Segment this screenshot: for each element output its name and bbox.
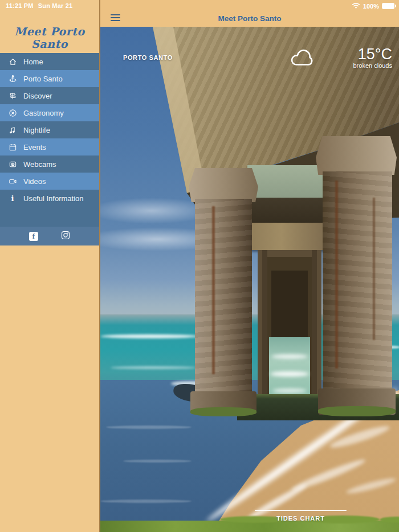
facebook-icon[interactable]: f	[29, 232, 38, 241]
tides-chart-label: TIDES CHART	[255, 515, 347, 522]
pillar-algae	[190, 407, 256, 416]
sidebar-item-label: Useful Information	[23, 194, 84, 203]
sidebar-item-nightlife[interactable]: Nightlife	[0, 121, 99, 138]
rust-streak	[335, 181, 338, 369]
water-streak	[100, 500, 192, 503]
sidebar-item-videos[interactable]: Videos	[0, 173, 99, 190]
info-icon: i	[7, 194, 18, 203]
app-logo: Meet Porto Santo	[0, 25, 99, 50]
wave-crest	[100, 334, 198, 338]
sidebar-item-label: Gastronomy	[23, 109, 64, 117]
sidebar-item-label: Events	[23, 143, 46, 152]
pillar-capital	[316, 136, 397, 175]
tunnel-foam	[270, 371, 309, 377]
sidebar-menu: Home Porto Santo Discover Gastronomy Nig	[0, 53, 99, 245]
video-camera-icon	[7, 177, 18, 186]
main-area: Meet Porto Santo	[100, 0, 399, 532]
status-bar-right: 100%	[352, 2, 394, 10]
pillar	[195, 199, 252, 402]
pillar	[323, 171, 392, 402]
sidebar-item-label: Videos	[23, 177, 46, 186]
pier-beach-photo: PORTO SANTO 15°C broken clouds TIDES CHA…	[100, 27, 399, 532]
pier-post	[262, 250, 267, 399]
wave-crest	[111, 366, 196, 369]
pier-crossbeam	[243, 223, 328, 250]
home-icon	[7, 57, 18, 66]
battery-icon	[382, 3, 394, 9]
water-streak	[123, 460, 192, 463]
sidebar-item-label: Nightlife	[23, 126, 50, 134]
sidebar-item-label: Discover	[23, 92, 52, 100]
sidebar-item-discover[interactable]: Discover	[0, 87, 99, 104]
tunnel-foam	[272, 388, 307, 393]
tides-divider-line	[255, 510, 347, 511]
sidebar-item-label: Home	[23, 58, 43, 66]
wifi-icon	[352, 2, 360, 10]
sidebar: Meet Porto Santo Home Porto Santo Discov…	[0, 0, 100, 532]
music-notes-icon	[7, 125, 18, 134]
sidebar-item-webcams[interactable]: Webcams	[0, 155, 99, 173]
sidebar-item-label: Porto Santo	[23, 75, 63, 83]
sidebar-item-porto-santo[interactable]: Porto Santo	[0, 70, 99, 87]
sidebar-item-events[interactable]: Events	[0, 138, 99, 155]
temperature-value: 15°C	[353, 46, 393, 62]
calendar-icon	[7, 142, 18, 152]
tunnel-foam	[271, 354, 308, 359]
status-date: Sun Mar 21	[38, 2, 73, 9]
location-label: PORTO SANTO	[123, 54, 173, 61]
menu-footer-spacer	[0, 207, 99, 227]
battery-percent: 100%	[363, 3, 379, 10]
webcam-icon	[7, 159, 18, 169]
pier-post	[312, 250, 317, 399]
rust-streak	[373, 198, 375, 340]
weather-block: 15°C broken clouds	[353, 46, 393, 69]
tides-chart-button[interactable]: TIDES CHART	[255, 510, 347, 522]
pillar-capital	[189, 168, 258, 202]
status-time: 11:21 PM	[6, 2, 34, 9]
sidebar-item-gastronomy[interactable]: Gastronomy	[0, 104, 99, 121]
pillar-algae	[318, 406, 396, 416]
sidebar-item-useful-information[interactable]: i Useful Information	[0, 190, 99, 207]
status-bar-left: 11:21 PM Sun Mar 21	[6, 2, 72, 9]
cloud-icon	[288, 47, 315, 69]
pier-beam	[246, 198, 326, 224]
signpost-icon	[7, 91, 18, 100]
sidebar-item-home[interactable]: Home	[0, 53, 99, 70]
restaurant-icon	[7, 108, 18, 117]
weather-conditions: broken clouds	[353, 62, 393, 69]
page-title: Meet Porto Santo	[100, 14, 399, 23]
instagram-icon[interactable]	[61, 231, 70, 242]
pier-underside	[247, 165, 325, 199]
water-streak	[106, 425, 192, 429]
sidebar-item-label: Webcams	[23, 160, 56, 169]
social-bar: f	[0, 227, 99, 245]
anchor-icon	[7, 74, 18, 83]
rust-streak	[212, 206, 215, 374]
